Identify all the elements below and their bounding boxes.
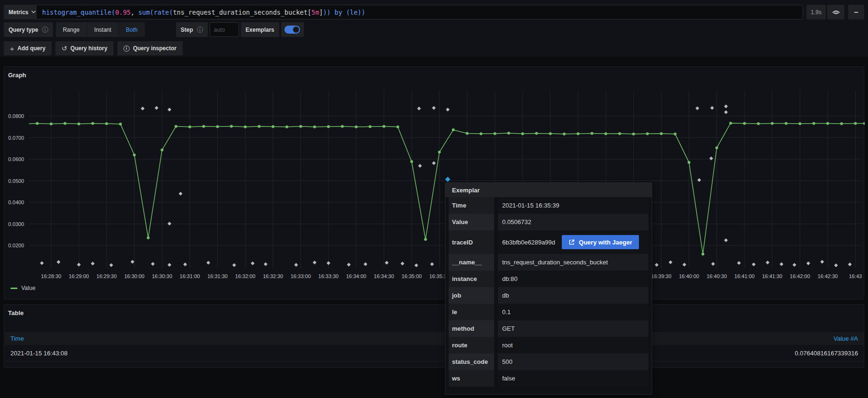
info-icon: i bbox=[124, 45, 130, 52]
selected-exemplar-marker[interactable] bbox=[445, 177, 451, 182]
exemplar-marker[interactable] bbox=[806, 262, 810, 265]
table-row[interactable]: 2021-01-15 16:43:08 0.07640816167339316 bbox=[5, 345, 864, 362]
query-inspector-button[interactable]: i Query inspector bbox=[117, 41, 183, 55]
datasource-label: Metrics bbox=[9, 9, 28, 16]
data-point bbox=[63, 122, 66, 125]
query-input[interactable]: histogram_quantile(0.95, sum(rate(tns_re… bbox=[36, 5, 803, 19]
data-point bbox=[743, 122, 746, 125]
exemplar-marker[interactable] bbox=[327, 261, 330, 265]
data-point bbox=[105, 122, 108, 125]
exemplar-marker[interactable] bbox=[179, 192, 183, 196]
exemplar-marker[interactable] bbox=[151, 262, 155, 266]
step-input[interactable] bbox=[210, 22, 239, 37]
exemplar-marker[interactable] bbox=[313, 261, 317, 264]
exemplar-marker[interactable] bbox=[724, 105, 728, 109]
exemplar-marker[interactable] bbox=[168, 222, 171, 226]
query-token: rate( bbox=[154, 9, 173, 16]
exemplar-marker[interactable] bbox=[417, 107, 421, 110]
query-history-button[interactable]: ↺ Query history bbox=[55, 41, 114, 55]
exemplar-marker[interactable] bbox=[695, 107, 699, 110]
exemplar-marker[interactable] bbox=[430, 262, 434, 266]
exemplars-toggle[interactable] bbox=[284, 26, 300, 34]
exemplar-marker[interactable] bbox=[848, 262, 852, 266]
preview-query-button[interactable] bbox=[827, 5, 844, 19]
exemplar-marker[interactable] bbox=[737, 261, 741, 265]
x-axis-tick-label: 16:42:30 bbox=[817, 273, 838, 279]
add-query-button[interactable]: + Add query bbox=[4, 41, 52, 55]
exemplar-marker[interactable] bbox=[710, 106, 714, 110]
exemplar-marker[interactable] bbox=[724, 110, 728, 114]
data-point bbox=[382, 125, 385, 128]
exemplar-marker[interactable] bbox=[432, 161, 436, 165]
exemplar-marker[interactable] bbox=[206, 261, 210, 264]
exemplar-marker[interactable] bbox=[418, 164, 422, 168]
exemplar-marker[interactable] bbox=[400, 262, 404, 265]
query-type-instant[interactable]: Instant bbox=[87, 22, 119, 37]
exemplar-marker[interactable] bbox=[655, 263, 658, 267]
tooltip-row: Time2021-01-15 16:35:39 bbox=[445, 197, 652, 214]
exemplar-marker[interactable] bbox=[40, 261, 44, 265]
graph-svg[interactable]: 0.08000.07000.06000.05000.04000.03000.02… bbox=[4, 67, 865, 282]
exemplar-marker[interactable] bbox=[141, 107, 144, 110]
data-point bbox=[715, 146, 718, 149]
tooltip-row: instancedb:80 bbox=[445, 271, 652, 287]
exemplar-marker[interactable] bbox=[446, 108, 450, 111]
exemplar-marker[interactable] bbox=[682, 263, 686, 267]
y-axis-tick-label: 0.0600 bbox=[8, 156, 24, 162]
query-type-range[interactable]: Range bbox=[56, 22, 87, 37]
exemplar-marker[interactable] bbox=[709, 156, 713, 160]
graph-legend[interactable]: Value bbox=[10, 285, 35, 291]
tooltip-row-label: ws bbox=[449, 370, 494, 387]
exemplar-marker[interactable] bbox=[793, 263, 797, 267]
exemplar-marker[interactable] bbox=[385, 261, 389, 264]
data-point bbox=[507, 132, 510, 135]
exemplar-marker[interactable] bbox=[232, 263, 236, 267]
tooltip-row-label: status_code bbox=[449, 353, 494, 370]
exemplar-marker[interactable] bbox=[697, 178, 701, 182]
query-actions-row: + Add query ↺ Query history i Query insp… bbox=[4, 41, 183, 55]
exemplar-marker[interactable] bbox=[432, 106, 436, 110]
exemplar-marker[interactable] bbox=[264, 262, 267, 266]
datasource-picker[interactable]: Metrics bbox=[4, 5, 41, 19]
exemplar-marker[interactable] bbox=[766, 261, 770, 264]
exemplar-marker[interactable] bbox=[131, 260, 134, 264]
exemplar-marker[interactable] bbox=[363, 262, 367, 266]
table-column-value[interactable]: Value #A bbox=[833, 335, 858, 342]
exemplar-marker[interactable] bbox=[752, 262, 756, 266]
exemplar-marker[interactable] bbox=[669, 261, 673, 264]
data-point bbox=[355, 126, 358, 128]
exemplar-marker[interactable] bbox=[711, 262, 715, 266]
query-token: sum( bbox=[138, 9, 154, 16]
exemplar-marker[interactable] bbox=[724, 238, 728, 242]
tooltip-row-label: Time bbox=[449, 197, 494, 214]
data-point bbox=[576, 132, 579, 135]
exemplar-marker[interactable] bbox=[779, 262, 783, 266]
exemplar-marker[interactable] bbox=[347, 263, 351, 267]
exemplar-marker[interactable] bbox=[155, 106, 159, 110]
exemplar-marker[interactable] bbox=[294, 263, 298, 267]
data-point bbox=[771, 122, 774, 125]
query-with-jaeger-button[interactable]: Query with Jaeger bbox=[562, 235, 639, 249]
exemplar-marker[interactable] bbox=[820, 260, 824, 264]
exemplar-marker[interactable] bbox=[109, 263, 113, 267]
exemplar-marker[interactable] bbox=[183, 262, 187, 266]
exemplar-marker[interactable] bbox=[168, 263, 171, 267]
data-point bbox=[479, 132, 482, 135]
tooltip-row: __name__tns_request_duration_seconds_buc… bbox=[445, 254, 652, 271]
tooltip-gutter bbox=[494, 337, 498, 353]
exemplar-marker[interactable] bbox=[251, 262, 255, 265]
table-column-time[interactable]: Time bbox=[10, 335, 24, 342]
exemplar-marker[interactable] bbox=[168, 108, 171, 111]
data-point bbox=[341, 125, 344, 128]
query-type-both[interactable]: Both bbox=[119, 22, 145, 37]
collapse-query-row-button[interactable]: – bbox=[848, 5, 864, 19]
exemplar-marker[interactable] bbox=[77, 263, 81, 267]
tooltip-gutter bbox=[494, 370, 498, 387]
exemplar-marker[interactable] bbox=[57, 260, 61, 264]
exemplar-marker[interactable] bbox=[91, 262, 95, 265]
data-point bbox=[549, 132, 552, 135]
query-token: )) bbox=[323, 9, 330, 16]
tooltip-gutter bbox=[494, 214, 498, 230]
exemplar-marker[interactable] bbox=[415, 263, 418, 267]
exemplar-marker[interactable] bbox=[834, 263, 838, 267]
